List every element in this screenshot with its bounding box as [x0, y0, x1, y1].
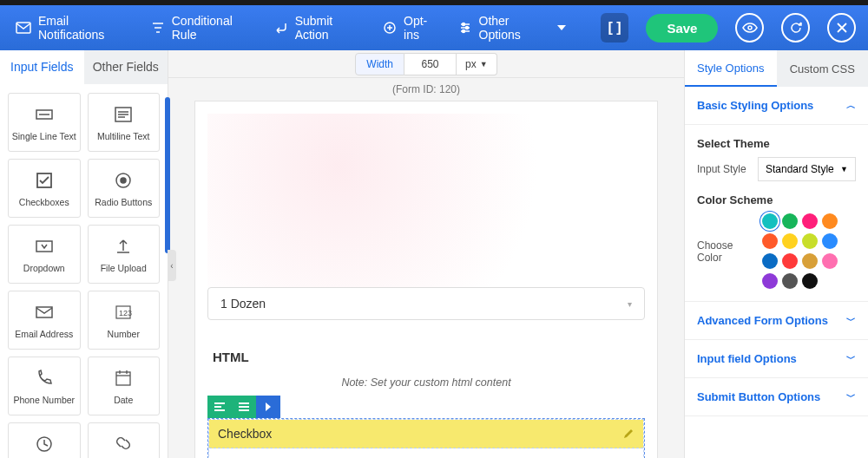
dozen-dropdown[interactable]: 1 Dozen ▾	[207, 287, 645, 320]
tab-custom-css[interactable]: Custom CSS	[777, 50, 869, 87]
refresh-icon	[789, 21, 803, 35]
svg-rect-16	[36, 307, 52, 317]
checkbox-field-block[interactable]: Checkbox Checkbox 1 Checkbox 2	[207, 418, 645, 458]
tile-website-url[interactable]: Website/URL	[88, 422, 161, 458]
color-swatch[interactable]	[822, 253, 838, 269]
html-section-label: HTML	[213, 350, 645, 364]
svg-rect-19	[116, 372, 130, 385]
tile-single-line-text[interactable]: Single Line Text	[8, 93, 81, 152]
align-justify-button[interactable]	[232, 396, 256, 418]
form-id-label: (Form ID: 120)	[168, 78, 684, 101]
color-swatch[interactable]	[802, 253, 818, 269]
chevron-down-icon: ﹀	[846, 314, 856, 327]
dropdown-icon	[33, 235, 56, 258]
tab-other-fields[interactable]: Other Fields	[84, 50, 168, 84]
chevron-down-icon	[557, 25, 566, 30]
tab-style-options[interactable]: Style Options	[685, 50, 777, 87]
chevron-down-icon: ﹀	[846, 390, 856, 403]
tile-time[interactable]: Time	[8, 422, 81, 458]
select-theme-title: Select Theme	[697, 137, 856, 150]
accordion-submit-button[interactable]: Submit Button Options ﹀	[685, 378, 868, 416]
collapse-left-panel[interactable]: ‹	[168, 250, 176, 281]
optins-menu[interactable]: Opt-ins	[383, 14, 440, 42]
accordion-advanced-form[interactable]: Advanced Form Options ﹀	[685, 302, 868, 340]
input-style-select[interactable]: Standard Style ▼	[758, 157, 856, 181]
preview-button[interactable]	[735, 13, 764, 43]
number-icon: 123	[112, 301, 135, 324]
svg-point-14	[121, 178, 126, 183]
tile-number[interactable]: 123 Number	[88, 291, 161, 350]
optins-label: Opt-ins	[404, 14, 440, 42]
tile-multiline-text[interactable]: Multiline Text	[88, 93, 161, 152]
color-swatch[interactable]	[762, 213, 778, 229]
color-swatch[interactable]	[802, 233, 818, 249]
chevron-right-icon	[264, 402, 273, 412]
tile-file-upload[interactable]: File Upload	[88, 225, 161, 284]
other-options-label: Other Options	[479, 14, 550, 42]
checkbox-options: Checkbox 1 Checkbox 2	[209, 448, 643, 458]
optins-icon	[383, 21, 397, 35]
color-swatch[interactable]	[822, 233, 838, 249]
input-style-label: Input Style	[697, 163, 749, 175]
sliders-icon	[458, 21, 472, 35]
return-icon	[274, 21, 288, 35]
svg-text:123: 123	[119, 309, 132, 317]
svg-rect-0	[16, 23, 30, 33]
color-swatch[interactable]	[802, 273, 818, 289]
color-swatch[interactable]	[762, 273, 778, 289]
accordion-input-field[interactable]: Input field Options ﹀	[685, 340, 868, 378]
next-button[interactable]	[256, 396, 280, 418]
tile-radio-buttons[interactable]: Radio Buttons	[88, 159, 161, 218]
color-swatch[interactable]	[762, 233, 778, 249]
accordion-basic-styling[interactable]: Basic Styling Options ︿	[685, 87, 868, 125]
single-line-icon	[33, 103, 56, 126]
color-swatch[interactable]	[762, 253, 778, 269]
tile-dropdown[interactable]: Dropdown	[8, 225, 81, 284]
phone-icon	[33, 367, 56, 389]
color-swatch[interactable]	[782, 233, 798, 249]
refresh-button[interactable]	[781, 13, 810, 43]
pencil-icon[interactable]	[622, 428, 635, 440]
fullscreen-button[interactable]: [ ]	[601, 13, 629, 43]
color-swatches	[762, 213, 856, 289]
close-icon	[836, 22, 848, 34]
chevron-down-icon: ▾	[628, 299, 632, 309]
email-icon	[33, 301, 56, 324]
tab-input-fields[interactable]: Input Fields	[0, 50, 84, 84]
other-options-menu[interactable]: Other Options	[458, 14, 566, 42]
block-toolbar	[207, 396, 645, 418]
align-left-button[interactable]	[207, 396, 232, 418]
color-swatch[interactable]	[782, 273, 798, 289]
choose-color-label: Choose Color	[697, 239, 753, 264]
multiline-icon	[112, 103, 135, 126]
checkbox-field-label-row[interactable]: Checkbox	[209, 420, 643, 448]
align-justify-icon	[238, 402, 250, 412]
save-button[interactable]: Save	[646, 14, 718, 43]
submit-action-menu[interactable]: Submit Action	[274, 14, 365, 42]
basic-styling-body: Select Theme Input Style Standard Style …	[685, 125, 868, 302]
tile-checkboxes[interactable]: Checkboxes	[8, 159, 81, 218]
checkbox-field-label-text: Checkbox	[218, 427, 272, 441]
color-swatch[interactable]	[802, 213, 818, 229]
svg-point-3	[465, 27, 468, 29]
dozen-dropdown-value: 1 Dozen	[220, 297, 266, 311]
color-swatch[interactable]	[782, 213, 798, 229]
svg-point-4	[462, 30, 464, 33]
color-swatch[interactable]	[822, 213, 838, 229]
width-unit-select[interactable]: px ▼	[457, 53, 497, 75]
width-label: Width	[355, 53, 404, 75]
color-swatch[interactable]	[782, 253, 798, 269]
close-button[interactable]	[827, 13, 856, 43]
tile-email-address[interactable]: Email Address	[8, 291, 81, 350]
chevron-up-icon: ︿	[846, 99, 856, 112]
tile-date[interactable]: Date	[88, 357, 161, 415]
tile-phone-number[interactable]: Phone Number	[8, 357, 81, 415]
width-value-input[interactable]: 650	[404, 53, 457, 75]
checkbox-icon	[33, 169, 56, 192]
eye-icon	[742, 23, 758, 33]
conditional-rule-menu[interactable]: Conditional Rule	[151, 14, 257, 42]
email-notifications-menu[interactable]: Email Notifications	[16, 14, 134, 42]
svg-rect-15	[36, 241, 52, 252]
submit-action-label: Submit Action	[295, 14, 365, 42]
radio-icon	[112, 169, 135, 192]
